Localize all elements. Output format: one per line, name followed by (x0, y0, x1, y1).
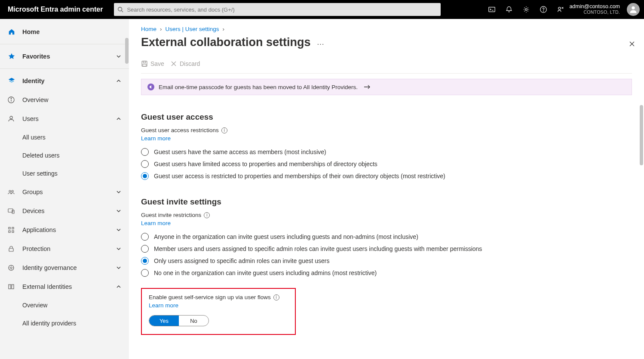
learn-more-link[interactable]: Learn more (141, 220, 171, 226)
discard-label: Discard (180, 60, 200, 67)
governance-icon (8, 264, 18, 271)
chevron-right-icon: › (160, 26, 162, 32)
info-icon (8, 96, 18, 103)
sidebar-label: Overview (22, 96, 48, 103)
guest-invite-opt2[interactable]: Member users and users assigned to speci… (141, 245, 632, 253)
svg-rect-2 (489, 7, 495, 12)
sidebar-home[interactable]: Home (0, 22, 129, 41)
page-title: External collaboration settings (141, 36, 311, 49)
learn-more-link[interactable]: Learn more (149, 302, 178, 309)
learn-more-link[interactable]: Learn more (141, 135, 171, 142)
sidebar-external-identities[interactable]: External Identities (0, 277, 129, 296)
svg-point-8 (632, 6, 635, 9)
toggle-no[interactable]: No (179, 316, 209, 326)
svg-point-23 (10, 267, 12, 269)
toggle-yes[interactable]: Yes (149, 316, 179, 326)
sidebar-external-providers[interactable]: All identity providers (0, 314, 129, 332)
svg-rect-25 (12, 285, 14, 289)
chevron-down-icon (116, 189, 121, 195)
home-icon (8, 28, 18, 36)
sidebar-label: Users (22, 115, 39, 122)
command-bar: Save Discard (141, 60, 632, 74)
section-guest-invite-heading: Guest invite settings (141, 197, 632, 207)
info-icon[interactable]: i (273, 294, 279, 300)
sidebar-groups[interactable]: Groups (0, 183, 129, 201)
svg-point-12 (10, 116, 12, 119)
info-icon[interactable]: i (221, 127, 227, 133)
sidebar-all-users[interactable]: All users (0, 128, 129, 146)
svg-point-13 (9, 190, 11, 192)
discard-button[interactable]: Discard (170, 60, 200, 67)
sidebar-label: Protection (22, 245, 50, 252)
sidebar-users[interactable]: Users (0, 109, 129, 128)
self-service-highlight: Enable guest self-service sign up via us… (141, 288, 296, 335)
guest-access-restrictions-label: Guest user access restrictions i (141, 127, 632, 133)
more-actions-icon[interactable]: … (317, 38, 325, 47)
global-search[interactable] (114, 3, 441, 16)
save-button[interactable]: Save (141, 60, 164, 67)
account-info[interactable]: admin@contoso.com CONTOSO, LTD. (569, 4, 623, 15)
chevron-down-icon (116, 227, 121, 232)
sidebar-overview[interactable]: Overview (0, 90, 129, 109)
close-icon[interactable] (629, 40, 635, 47)
settings-icon[interactable] (518, 0, 535, 19)
arrow-right-icon[interactable] (364, 84, 371, 90)
svg-point-0 (118, 7, 122, 11)
sidebar-identity[interactable]: Identity (0, 71, 129, 90)
guest-invite-radio-group: Anyone in the organization can invite gu… (141, 233, 632, 277)
breadcrumb: Home › Users | User settings › (141, 26, 632, 32)
svg-rect-30 (143, 64, 146, 66)
chevron-up-icon (116, 284, 121, 289)
sidebar-label: Identity (22, 77, 45, 84)
guest-invite-opt3[interactable]: Only users assigned to specific admin ro… (141, 257, 632, 265)
sidebar-user-settings[interactable]: User settings (0, 164, 129, 183)
svg-rect-18 (12, 227, 14, 229)
crumb-users-settings[interactable]: Users | User settings (166, 26, 219, 32)
guest-invite-restrictions-label: Guest invite restrictions i (141, 212, 632, 218)
svg-rect-21 (9, 248, 13, 251)
external-icon (8, 283, 18, 290)
chevron-down-icon (116, 208, 121, 214)
brand-title: Microsoft Entra admin center (0, 6, 110, 13)
help-icon[interactable] (535, 0, 552, 19)
sidebar-governance[interactable]: Identity governance (0, 258, 129, 277)
avatar[interactable] (627, 3, 640, 16)
sidebar-label: Applications (22, 226, 56, 233)
guest-invite-opt4[interactable]: No one in the organization can invite gu… (141, 269, 632, 277)
guest-access-opt3[interactable]: Guest user access is restricted to prope… (141, 172, 632, 180)
svg-rect-19 (9, 231, 10, 232)
chevron-up-icon (116, 116, 121, 121)
sidebar-protection[interactable]: Protection (0, 239, 129, 258)
sidebar-devices[interactable]: Devices (0, 201, 129, 220)
self-service-toggle[interactable]: Yes No (149, 315, 209, 326)
svg-rect-29 (143, 61, 146, 63)
groups-icon (8, 189, 18, 195)
self-service-label: Enable guest self-service sign up via us… (149, 294, 288, 300)
sidebar-deleted-users[interactable]: Deleted users (0, 146, 129, 164)
scrollbar-thumb[interactable] (125, 38, 129, 64)
feedback-icon[interactable] (552, 0, 569, 19)
search-input[interactable] (127, 3, 441, 16)
guest-access-opt1[interactable]: Guest users have the same access as memb… (141, 148, 632, 156)
cloud-shell-icon[interactable] (483, 0, 500, 19)
lock-icon (8, 245, 18, 252)
sidebar-favorites[interactable]: Favorites (0, 47, 129, 66)
account-org: CONTOSO, LTD. (583, 10, 620, 15)
chevron-down-icon (116, 246, 121, 251)
sidebar-applications[interactable]: Applications (0, 220, 129, 239)
guest-invite-opt1[interactable]: Anyone in the organization can invite gu… (141, 233, 632, 241)
svg-point-14 (12, 190, 13, 192)
scrollbar-thumb[interactable] (640, 105, 643, 165)
top-bar: Microsoft Entra admin center admin@conto… (0, 0, 644, 19)
section-guest-access-heading: Guest user access (141, 112, 632, 122)
main-content: Home › Users | User settings › External … (129, 19, 644, 359)
info-icon[interactable]: i (204, 212, 210, 218)
chevron-down-icon (116, 265, 121, 270)
sidebar-external-overview[interactable]: Overview (0, 296, 129, 314)
info-banner: Email one-time passcode for guests has b… (141, 79, 632, 95)
guest-access-radio-group: Guest users have the same access as memb… (141, 148, 632, 180)
guest-access-opt2[interactable]: Guest users have limited access to prope… (141, 160, 632, 168)
crumb-home[interactable]: Home (141, 26, 156, 32)
notifications-icon[interactable] (500, 0, 518, 19)
svg-point-7 (558, 7, 561, 9)
